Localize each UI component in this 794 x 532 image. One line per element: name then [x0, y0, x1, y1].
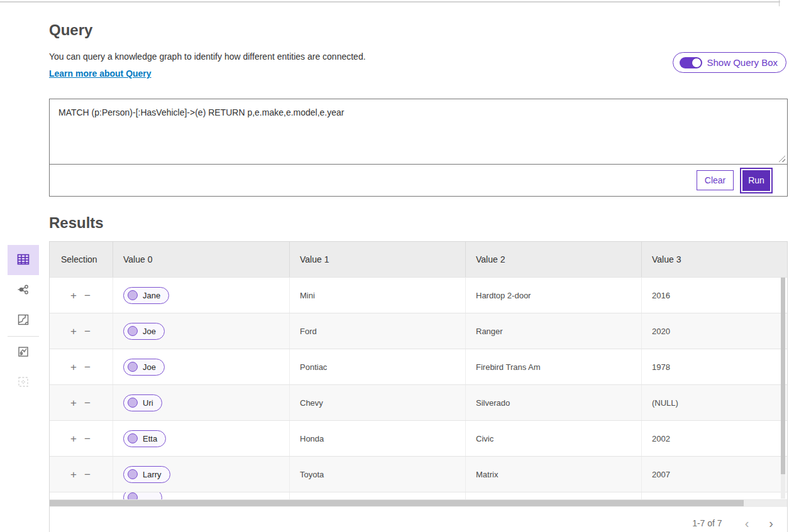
entity-chip[interactable]: Larry	[123, 466, 170, 483]
cell-value3: 2016	[641, 278, 787, 313]
view-selection-button[interactable]	[8, 367, 39, 398]
column-header-selection: Selection	[50, 242, 113, 277]
add-to-selection-button[interactable]: +	[70, 433, 84, 444]
cell-value1: Honda	[289, 421, 465, 456]
table-row: + − Joe Ford Ranger 2020	[50, 313, 787, 349]
add-to-selection-button[interactable]: +	[70, 398, 84, 408]
remove-from-selection-button[interactable]: −	[84, 362, 98, 372]
results-table-panel: Selection Value 0 Value 1 Value 2 Value …	[49, 241, 788, 532]
entity-node-icon	[128, 469, 138, 479]
view-table-button[interactable]	[8, 245, 39, 275]
toggle-switch-icon	[680, 57, 702, 68]
results-title: Results	[49, 214, 788, 232]
cell-value2: Silverado	[465, 385, 641, 420]
column-header-value3: Value 3	[641, 242, 787, 277]
remove-from-selection-button[interactable]: −	[84, 469, 98, 480]
vertical-scroll-thumb[interactable]	[781, 278, 785, 474]
view-link-chart-button[interactable]	[8, 275, 39, 305]
cell-value1: Chevy	[289, 385, 465, 420]
table-row-partial	[50, 492, 787, 499]
cell-value3: 2002	[641, 421, 787, 456]
cell-value2: Firebird Trans Am	[465, 349, 641, 384]
remove-from-selection-button[interactable]: −	[84, 326, 98, 337]
add-to-selection-button[interactable]: +	[70, 469, 84, 480]
table-row: + − Joe Pontiac Firebird Trans Am 1978	[50, 349, 787, 384]
previous-page-button[interactable]: ‹	[741, 517, 753, 529]
entity-chip[interactable]: Jane	[123, 287, 169, 304]
entity-chip-partial[interactable]	[123, 492, 162, 499]
table-row: + − Jane Mini Hardtop 2-door 2016	[50, 277, 787, 313]
show-query-box-toggle[interactable]: Show Query Box	[673, 52, 786, 73]
pagination-bar: 1-7 of 7 ‹ ›	[50, 506, 787, 532]
horizontal-scroll-thumb[interactable]	[50, 500, 744, 506]
entity-chip[interactable]: Etta	[123, 430, 166, 447]
column-header-value1: Value 1	[289, 242, 465, 277]
cell-value1: Toyota	[289, 457, 465, 492]
table-row: + − Uri Chevy Silverado (NULL)	[50, 384, 787, 420]
table-row: + − Larry Toyota Matrix 2007	[50, 456, 787, 492]
next-page-button[interactable]: ›	[765, 517, 777, 529]
table-row: + − Etta Honda Civic 2002	[50, 420, 787, 456]
column-header-value2: Value 2	[465, 242, 641, 277]
query-box: MATCH (p:Person)-[:HasVehicle]->(e) RETU…	[49, 99, 788, 197]
column-header-value0: Value 0	[113, 242, 289, 277]
remove-from-selection-button[interactable]: −	[84, 433, 98, 444]
run-button[interactable]: Run	[742, 170, 770, 191]
cell-value1: Pontiac	[289, 349, 465, 384]
map-view-icon	[16, 312, 31, 329]
view-link-chart-map-button[interactable]	[8, 337, 39, 367]
cell-value1: Mini	[289, 278, 465, 313]
entity-node-icon	[128, 362, 138, 372]
cell-value2: Hardtop 2-door	[465, 278, 641, 313]
entity-chip[interactable]: Joe	[123, 359, 165, 376]
query-input[interactable]: MATCH (p:Person)-[:HasVehicle]->(e) RETU…	[50, 99, 787, 164]
entity-name: Larry	[143, 470, 162, 479]
cell-value2: Matrix	[465, 457, 641, 492]
entity-node-icon	[128, 290, 138, 300]
learn-more-link[interactable]: Learn more about Query	[49, 68, 152, 79]
table-vertical-scrollbar[interactable]	[781, 278, 785, 499]
cell-value2: Civic	[465, 421, 641, 456]
add-to-selection-button[interactable]: +	[70, 362, 84, 372]
cell-value3: 2020	[641, 313, 787, 349]
entity-name: Jane	[143, 291, 160, 300]
table-view-icon	[16, 252, 31, 269]
add-to-selection-button[interactable]: +	[70, 326, 84, 337]
pagination-range-label: 1-7 of 7	[692, 518, 722, 528]
cell-value3: (NULL)	[641, 385, 787, 420]
table-body: + − Jane Mini Hardtop 2-door 2016 + − Jo…	[50, 277, 787, 499]
selection-view-icon	[16, 374, 31, 391]
entity-node-icon	[128, 433, 138, 443]
toggle-label: Show Query Box	[707, 57, 778, 68]
cell-value1: Ford	[289, 313, 465, 349]
entity-name: Joe	[143, 362, 156, 372]
remove-from-selection-button[interactable]: −	[84, 290, 98, 301]
view-map-button[interactable]	[8, 305, 39, 335]
query-page-title: Query	[49, 21, 788, 39]
results-view-sidebar	[8, 245, 39, 398]
entity-name: Etta	[143, 434, 157, 443]
cell-value2: Ranger	[465, 313, 641, 349]
cell-value3: 1978	[641, 349, 787, 384]
entity-node-icon	[128, 398, 138, 408]
entity-chip[interactable]: Uri	[123, 394, 162, 411]
sidebar-divider	[8, 336, 39, 337]
link-chart-map-view-icon	[16, 344, 31, 361]
link-chart-view-icon	[16, 282, 31, 299]
cell-value3: 2007	[641, 457, 787, 492]
query-actions: Clear Run	[50, 165, 787, 196]
entity-node-icon	[128, 326, 138, 336]
main-content: Query You can query a knowledge graph to…	[49, 21, 788, 532]
entity-name: Joe	[143, 327, 156, 336]
add-to-selection-button[interactable]: +	[70, 290, 84, 301]
entity-node-icon	[128, 492, 138, 499]
remove-from-selection-button[interactable]: −	[84, 398, 98, 408]
window-top-divider	[0, 1, 780, 3]
table-horizontal-scrollbar[interactable]	[50, 499, 787, 506]
entity-name: Uri	[143, 398, 153, 408]
clear-button[interactable]: Clear	[697, 170, 734, 190]
entity-chip[interactable]: Joe	[123, 323, 165, 340]
scrollbar-top-tick	[779, 0, 780, 6]
table-header-row: Selection Value 0 Value 1 Value 2 Value …	[50, 242, 787, 277]
